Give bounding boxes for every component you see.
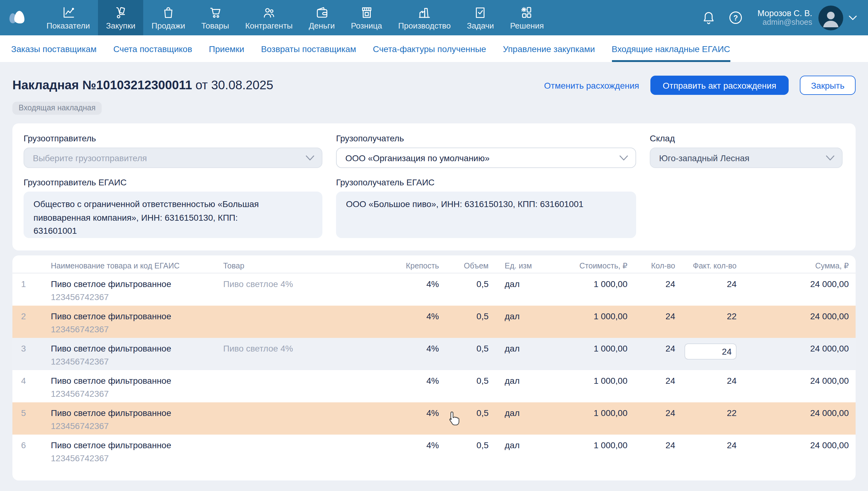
product-name-cell: Пиво светлое фильтрованное 123456742367 xyxy=(51,370,223,402)
linked-product: Пиво светлое 4% xyxy=(223,338,359,370)
shipper-field: Грузоотправитель Выберите грузоотправите… xyxy=(24,133,322,168)
fact-qty-value: 22 xyxy=(727,408,736,418)
apps-gear-icon xyxy=(520,5,534,20)
strength-value: 4% xyxy=(359,435,439,467)
unit-value: дал xyxy=(489,273,564,306)
table-row[interactable]: 1 Пиво светлое фильтрованное 12345674236… xyxy=(12,273,856,306)
price-value: 1 000,00 xyxy=(564,370,628,402)
egais-code: 123456742367 xyxy=(51,420,223,433)
fact-qty-value: 24 xyxy=(727,376,736,385)
product-name: Пиво светлое фильтрованное xyxy=(51,407,223,420)
consignee-egais-field: Грузополучатель ЕГАИС ООО «Большое пиво»… xyxy=(336,177,636,238)
shipper-select[interactable]: Выберите грузоотправителя xyxy=(24,148,322,168)
shipper-egais-label: Грузоотправитель ЕГАИС xyxy=(24,177,322,187)
warehouse-label: Склад xyxy=(650,133,843,143)
main-menu-item[interactable]: Деньги xyxy=(301,0,343,35)
page-content: Накладная №10103212300011 от 30.08.2025 … xyxy=(0,76,868,481)
main-menu-item[interactable]: Контрагенты xyxy=(237,0,301,35)
volume-value: 0,5 xyxy=(439,435,489,467)
storefront-icon xyxy=(359,5,374,20)
app-root: Показатели Закупки Продажи Товары Контра… xyxy=(0,0,868,491)
qty-value: 24 xyxy=(628,370,675,402)
chart-line-icon xyxy=(61,5,75,20)
table-header: Наименование товара и код ЕГАИС Товар Кр… xyxy=(12,255,856,273)
unit-value: дал xyxy=(489,338,564,370)
wallet-icon xyxy=(315,5,329,20)
price-value: 1 000,00 xyxy=(564,402,628,435)
positions-table-card: Наименование товара и код ЕГАИС Товар Кр… xyxy=(12,255,856,481)
main-menu-item[interactable]: Розница xyxy=(343,0,390,35)
send-discrepancy-act-button[interactable]: Отправить акт расхождения xyxy=(650,76,789,95)
col-header-name: Наименование товара и код ЕГАИС xyxy=(51,255,223,273)
col-header-sum: Сумма, ₽ xyxy=(736,255,849,273)
main-menu-item[interactable]: Товары xyxy=(193,0,237,35)
document-number: Накладная №10103212300011 xyxy=(12,78,192,92)
svg-text:?: ? xyxy=(733,13,738,22)
cancel-discrepancies-link[interactable]: Отменить расхождения xyxy=(544,80,639,90)
main-menu-item[interactable]: Закупки xyxy=(98,0,144,35)
strength-value: 4% xyxy=(359,338,439,370)
main-menu-item[interactable]: Показатели xyxy=(38,0,98,35)
consignee-value: ООО «Организация по умолчанию» xyxy=(345,153,490,163)
sum-value: 24 000,00 xyxy=(736,273,849,306)
nav-right-cluster: ? Морозов С. В. admin@shoes xyxy=(699,0,868,35)
fact-qty-value: 22 xyxy=(727,311,736,321)
table-row[interactable]: 5 Пиво светлое фильтрованное 12345674236… xyxy=(12,402,856,435)
product-name: Пиво светлое фильтрованное xyxy=(51,278,223,291)
fact-qty-value: 24 xyxy=(727,279,736,289)
main-menu-item[interactable]: Решения xyxy=(502,0,552,35)
section-tab[interactable]: Возвраты поставщикам xyxy=(261,35,356,62)
fact-qty-cell: 24 xyxy=(675,370,736,402)
egais-code: 123456742367 xyxy=(51,291,223,304)
document-date: от 30.08.2025 xyxy=(192,78,273,92)
section-tab[interactable]: Приемки xyxy=(209,35,244,62)
shipper-label: Грузоотправитель xyxy=(24,133,322,143)
close-button[interactable]: Закрыть xyxy=(800,76,856,95)
chevron-down-icon[interactable] xyxy=(849,15,857,20)
strength-value: 4% xyxy=(359,370,439,402)
task-check-icon xyxy=(473,5,488,20)
chevron-down-icon xyxy=(619,155,628,161)
volume-value: 0,5 xyxy=(439,402,489,435)
section-tab[interactable]: Управление закупками xyxy=(503,35,595,62)
main-menu-item[interactable]: Задачи xyxy=(459,0,502,35)
app-logo[interactable] xyxy=(0,0,38,35)
section-tab[interactable]: Входящие накладные ЕГАИС xyxy=(612,35,730,62)
section-tabs: Заказы поставщикам Счета поставщиков При… xyxy=(0,35,868,62)
section-tab[interactable]: Счета-фактуры полученные xyxy=(373,35,486,62)
user-email: admin@shoes xyxy=(758,18,812,27)
help-icon[interactable]: ? xyxy=(727,8,745,27)
volume-value: 0,5 xyxy=(439,370,489,402)
top-nav: Показатели Закупки Продажи Товары Контра… xyxy=(0,0,868,35)
page-title: Накладная №10103212300011 от 30.08.2025 xyxy=(12,78,273,92)
egais-code: 123456742367 xyxy=(51,323,223,336)
col-header-price: Стоимость, ₽ xyxy=(564,255,628,273)
table-row[interactable]: 2 Пиво светлое фильтрованное 12345674236… xyxy=(12,306,856,338)
section-tab[interactable]: Счета поставщиков xyxy=(113,35,192,62)
linked-product xyxy=(223,370,359,402)
product-name: Пиво светлое фильтрованное xyxy=(51,439,223,452)
person-icon xyxy=(818,5,843,30)
hand-truck-icon xyxy=(113,5,128,20)
price-value: 1 000,00 xyxy=(564,435,628,467)
main-menu-item[interactable]: Производство xyxy=(390,0,459,35)
col-header-product: Товар xyxy=(223,255,359,273)
table-row[interactable]: 3 Пиво светлое фильтрованное 12345674236… xyxy=(12,338,856,370)
main-menu-item[interactable]: Продажи xyxy=(144,0,194,35)
sum-value: 24 000,00 xyxy=(736,435,849,467)
avatar[interactable] xyxy=(818,5,843,30)
shipper-egais-field: Грузоотправитель ЕГАИС Общество с ограни… xyxy=(24,177,322,238)
sum-value: 24 000,00 xyxy=(736,306,849,338)
table-row[interactable]: 4 Пиво светлое фильтрованное 12345674236… xyxy=(12,370,856,402)
chevron-down-icon xyxy=(306,155,314,161)
consignee-select[interactable]: ООО «Организация по умолчанию» xyxy=(336,148,636,168)
linked-product: Пиво светлое 4% xyxy=(223,273,359,306)
notifications-bell-icon[interactable] xyxy=(699,8,718,27)
egais-code: 123456742367 xyxy=(51,387,223,401)
col-header-strength: Крепость xyxy=(359,255,439,273)
user-info[interactable]: Морозов С. В. admin@shoes xyxy=(758,8,812,27)
warehouse-select[interactable]: Юго-западный Лесная xyxy=(650,148,843,168)
section-tab[interactable]: Заказы поставщикам xyxy=(11,35,96,62)
fact-qty-input[interactable] xyxy=(685,343,736,359)
table-row[interactable]: 6 Пиво светлое фильтрованное 12345674236… xyxy=(12,435,856,467)
